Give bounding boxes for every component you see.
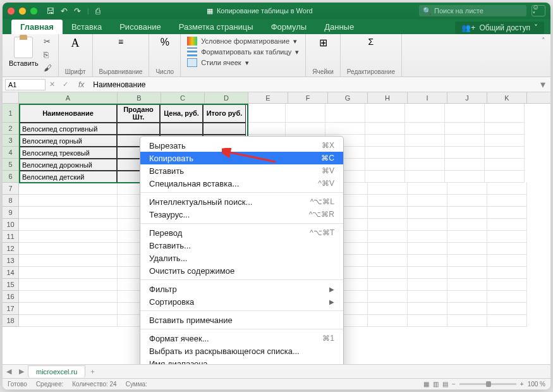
cell[interactable] <box>368 267 408 279</box>
cell[interactable] <box>408 315 447 327</box>
col-header-c[interactable]: C <box>161 92 205 103</box>
cell[interactable] <box>368 279 408 291</box>
cell[interactable] <box>405 171 445 183</box>
share-button[interactable]: 👥+ Общий доступ ˅ <box>455 21 544 34</box>
cell-styles-button[interactable]: Стили ячеек ▾ <box>187 58 299 67</box>
sheet-tab[interactable]: microexcel.ru <box>28 365 85 377</box>
cell[interactable] <box>19 279 118 291</box>
menu-pick-from-dropdown[interactable]: Выбрать из раскрывающегося списка... <box>140 345 343 357</box>
zoom-thumb[interactable] <box>486 381 491 387</box>
cell[interactable] <box>408 291 447 303</box>
cancel-formula-icon[interactable]: ✕ <box>49 80 55 89</box>
tab-formulas[interactable]: Формулы <box>262 20 316 34</box>
row-header[interactable]: 15 <box>3 279 19 291</box>
col-header-f[interactable]: F <box>288 92 328 103</box>
cell[interactable] <box>487 183 527 195</box>
format-painter-icon[interactable]: 🖌 <box>44 63 52 73</box>
row-header[interactable]: 4 <box>3 147 19 159</box>
cell[interactable] <box>485 135 525 147</box>
table-cell[interactable]: Велосипед детский <box>19 171 117 183</box>
col-header-i[interactable]: I <box>408 92 447 103</box>
cell[interactable] <box>325 104 365 123</box>
formula-input[interactable]: Наименование <box>90 80 535 89</box>
cell[interactable] <box>408 231 447 243</box>
table-header[interactable]: Наименование <box>19 104 117 123</box>
cell[interactable] <box>408 279 447 291</box>
cell[interactable] <box>368 183 408 195</box>
col-header-a[interactable]: A <box>19 92 118 103</box>
format-as-table-button[interactable]: Форматировать как таблицу ▾ <box>187 47 299 56</box>
cell[interactable] <box>447 219 487 231</box>
maximize-window-button[interactable] <box>30 8 37 15</box>
table-cell[interactable]: Велосипед дорожный <box>19 159 117 171</box>
col-header-h[interactable]: H <box>368 92 408 103</box>
row-header[interactable]: 18 <box>3 315 19 327</box>
cell[interactable] <box>485 171 525 183</box>
menu-smart-lookup[interactable]: Интеллектуальный поиск...^⌥⌘L <box>140 195 343 208</box>
cell[interactable] <box>487 279 527 291</box>
zoom-slider[interactable] <box>459 383 516 385</box>
cell[interactable] <box>487 231 527 243</box>
paste-button[interactable]: Вставить <box>9 37 39 67</box>
search-in-sheet[interactable]: 🔍 Поиск на листе <box>419 5 526 16</box>
cell[interactable] <box>405 159 445 171</box>
cell[interactable] <box>487 315 527 327</box>
cell[interactable] <box>487 207 527 219</box>
cell[interactable] <box>487 303 527 315</box>
row-header[interactable]: 7 <box>3 183 19 195</box>
cell[interactable] <box>445 147 485 159</box>
undo-icon[interactable]: ↶ <box>61 6 68 16</box>
menu-insert-comment[interactable]: Вставить примечание <box>140 314 343 326</box>
row-header[interactable]: 13 <box>3 255 19 267</box>
zoom-level[interactable]: 100 % <box>528 381 545 388</box>
tab-layout[interactable]: Разметка страницы <box>170 20 262 34</box>
col-header-k[interactable]: K <box>487 92 527 103</box>
cell[interactable] <box>368 231 408 243</box>
cell[interactable] <box>368 291 408 303</box>
menu-paste-special[interactable]: Специальная вставка...^⌘V <box>140 177 343 190</box>
cell[interactable] <box>365 159 405 171</box>
cell[interactable] <box>487 291 527 303</box>
cell[interactable] <box>408 267 447 279</box>
zoom-in-button[interactable]: + <box>520 381 524 388</box>
conditional-formatting-button[interactable]: Условное форматирование ▾ <box>187 37 299 46</box>
cell[interactable] <box>487 267 527 279</box>
row-header[interactable]: 9 <box>3 207 19 219</box>
cell[interactable] <box>365 147 405 159</box>
cell[interactable] <box>447 303 487 315</box>
cell[interactable] <box>447 267 487 279</box>
cell[interactable] <box>368 255 408 267</box>
row-header[interactable]: 6 <box>3 171 19 183</box>
accept-formula-icon[interactable]: ✓ <box>63 80 68 89</box>
redo-icon[interactable]: ↷ <box>74 6 81 16</box>
cell[interactable] <box>246 123 286 135</box>
cell[interactable] <box>19 195 118 207</box>
expand-formula-icon[interactable]: ▾ <box>535 78 550 90</box>
cell[interactable] <box>365 104 405 123</box>
row-header[interactable]: 8 <box>3 195 19 207</box>
table-cell[interactable]: Велосипед горный <box>19 135 117 147</box>
cell[interactable] <box>19 219 118 231</box>
col-header-e[interactable]: E <box>248 92 288 103</box>
cell[interactable] <box>487 219 527 231</box>
cell[interactable] <box>408 183 447 195</box>
cell[interactable] <box>447 243 487 255</box>
cell[interactable] <box>445 104 485 123</box>
alignment-icon[interactable]: ≡ <box>118 37 123 47</box>
sheet-nav-next[interactable]: ▶ <box>15 367 28 376</box>
table-header[interactable]: Продано Шт. <box>117 104 160 123</box>
tab-data[interactable]: Данные <box>315 20 363 34</box>
cell[interactable] <box>246 104 286 123</box>
tab-draw[interactable]: Рисование <box>111 20 169 34</box>
menu-format-cells[interactable]: Формат ячеек...⌘1 <box>140 332 343 345</box>
cell[interactable] <box>286 123 325 135</box>
zoom-out-button[interactable]: − <box>452 381 456 388</box>
row-header[interactable]: 1 <box>3 104 19 123</box>
cell[interactable] <box>485 147 525 159</box>
cell[interactable] <box>447 255 487 267</box>
cell[interactable] <box>447 279 487 291</box>
row-header[interactable]: 12 <box>3 243 19 255</box>
fx-icon[interactable]: fx <box>78 80 84 89</box>
view-normal-icon[interactable]: ▦ <box>423 381 429 388</box>
cell[interactable] <box>325 123 365 135</box>
